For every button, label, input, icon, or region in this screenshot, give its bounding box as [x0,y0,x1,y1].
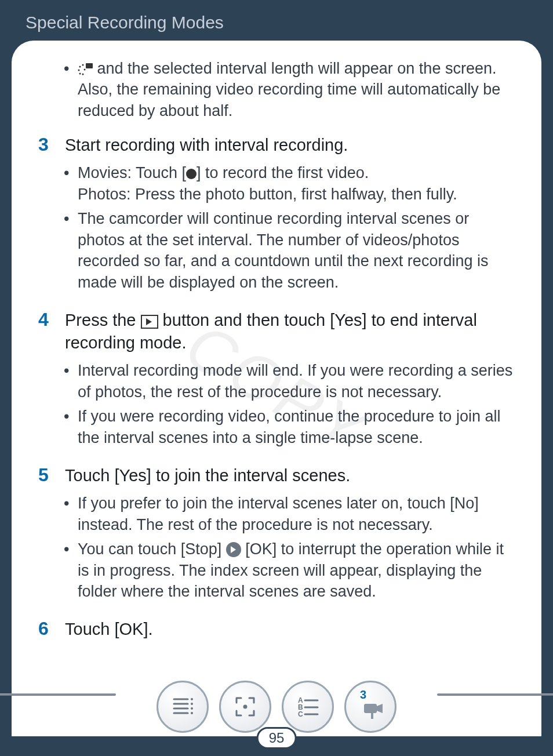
svg-point-3 [82,64,84,66]
step-3: 3 Start recording with interval recordin… [38,134,515,296]
svg-point-4 [82,73,84,75]
index-icon: ABC [293,692,322,721]
text: Photos: Press the photo button, first ha… [78,184,515,205]
bottom-nav: ABC 3 [0,681,553,733]
step-number: 3 [38,134,53,296]
svg-point-14 [191,712,193,714]
nav-mode-button[interactable]: 3 [344,681,396,733]
step-number: 4 [38,309,53,452]
record-icon [186,169,197,179]
step-5-bullet-2: You can touch [Stop] [OK] to interrupt t… [78,539,515,602]
step-4-bullet-1: Interval recording mode will end. If you… [78,360,515,402]
text: Press the [65,311,141,329]
step-3-title: Start recording with interval recording. [65,134,515,157]
svg-marker-23 [377,704,383,713]
svg-point-0 [79,72,81,74]
step-5-title: Touch [Yes] to join the interval scenes. [65,464,515,487]
step-5-bullet-1: If you prefer to join the interval scene… [78,493,515,535]
nav-toc-button[interactable] [157,681,209,733]
text: Movies: Touch [ [78,164,186,181]
page-header: Special Recording Modes [0,0,553,41]
text: You can touch [Stop] [78,540,226,558]
mode-badge: 3 [360,688,366,702]
svg-point-1 [78,69,80,71]
content-card: COPY and the selected interval length wi… [12,41,541,736]
nav-fullscreen-button[interactable] [219,681,271,733]
interval-icon [78,63,93,76]
proceed-icon [226,542,241,557]
step-3-bullet-2: The camcorder will continue recording in… [78,208,515,293]
text: ] to record the first video. [197,164,369,181]
fullscreen-icon [231,692,260,721]
step-number: 6 [38,618,53,641]
intro-bullet-text: and the selected interval length will ap… [78,60,500,119]
step-4-bullet-2: If you were recording video, continue th… [78,406,515,448]
play-button-icon [141,315,158,329]
svg-point-15 [243,705,248,709]
svg-point-13 [191,707,193,710]
svg-point-11 [191,698,193,700]
svg-point-2 [79,66,81,67]
step-4-title: Press the button and then touch [Yes] to… [65,309,515,354]
step-3-bullet-1: Movies: Touch [] to record the first vid… [78,162,515,205]
page-number: 95 [257,727,297,749]
step-4: 4 Press the button and then touch [Yes] … [38,309,515,452]
step-number: 5 [38,464,53,605]
step-6-title: Touch [OK]. [65,618,153,641]
nav-index-button[interactable]: ABC [282,681,334,733]
toc-icon [168,692,197,721]
svg-point-5 [84,68,86,70]
svg-point-12 [191,703,193,705]
intro-bullet-list: and the selected interval length will ap… [38,58,515,121]
step-5: 5 Touch [Yes] to join the interval scene… [38,464,515,605]
svg-rect-22 [364,704,377,713]
svg-text:C: C [298,710,303,718]
intro-bullet: and the selected interval length will ap… [78,58,515,121]
step-6: 6 Touch [OK]. [38,618,515,641]
svg-rect-6 [86,63,93,68]
svg-rect-24 [371,713,373,719]
